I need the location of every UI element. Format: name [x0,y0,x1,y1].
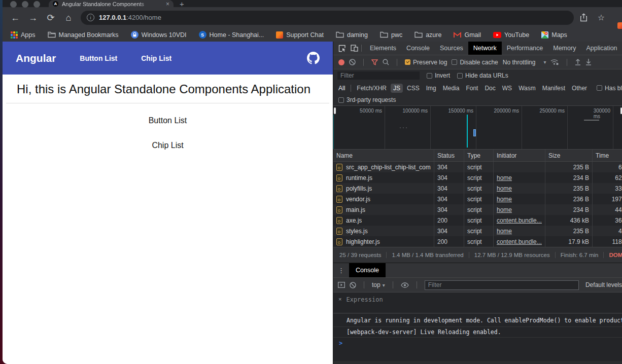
bookmark-youtube[interactable]: YouTube [493,31,529,39]
bookmark-star-icon[interactable]: ☆ [598,14,605,22]
back-icon[interactable]: ← [10,13,20,22]
type-font[interactable]: Font [466,85,478,92]
nav-link-chip-list[interactable]: Chip List [141,54,171,62]
bookmark-folder-azure[interactable]: azure [414,31,441,39]
home-icon[interactable]: ⌂ [63,13,74,22]
hide-data-urls-checkbox[interactable]: Hide data URLs [457,72,508,79]
console-empty-area[interactable] [333,349,622,361]
console-filter-input[interactable] [425,280,579,290]
tab-network[interactable]: Network [468,42,502,55]
type-img[interactable]: Img [426,85,436,92]
type-other[interactable]: Other [572,85,587,92]
throttling-select[interactable]: No throttling ▾ [503,59,546,66]
site-info-icon[interactable]: i [87,14,94,21]
initiator-link[interactable]: home [497,196,512,203]
record-icon[interactable] [338,59,344,65]
tab-application[interactable]: Application [581,42,622,55]
network-overview-timeline[interactable]: 50000 ms 100000 ms 150000 ms 200000 ms 2… [333,106,622,150]
link-button-list[interactable]: Button List [3,116,333,125]
col-time[interactable]: Time [593,150,622,161]
import-har-icon[interactable] [575,59,581,65]
tab-close-icon[interactable]: × [166,1,169,7]
device-toolbar-icon[interactable] [351,45,358,52]
drawer-tab-console[interactable]: Console [349,263,386,277]
third-party-checkbox[interactable]: 3rd-party requests [338,96,396,103]
bookmark-home-shanghai[interactable]: S Home - Shanghai... [199,31,264,39]
initiator-link[interactable]: content.bundle.... [497,217,542,224]
tab-console[interactable]: Console [401,42,435,55]
col-status[interactable]: Status [434,150,464,161]
disable-cache-checkbox[interactable]: Disable cache [452,59,498,66]
type-ws[interactable]: WS [502,85,512,92]
traffic-light-close[interactable] [10,1,17,8]
initiator-link[interactable]: home [497,206,512,213]
bookmark-windows-10vdi[interactable]: Windows 10VDI [131,31,187,39]
eye-icon[interactable] [401,282,409,288]
traffic-light-zoom[interactable] [33,1,40,8]
extension-badge-icon[interactable] [617,22,622,29]
bookmark-maps[interactable]: Maps [541,31,567,39]
browser-tab[interactable]: A Angular Standalone Components × [49,0,174,8]
drawer-menu-icon[interactable]: ⋮ [333,267,349,274]
new-tab-button[interactable]: + [180,0,184,8]
default-levels-select[interactable]: Default levels [585,281,622,288]
col-initiator[interactable]: Initiator [494,150,545,161]
nav-link-button-list[interactable]: Button List [80,54,117,62]
col-name[interactable]: Name [333,150,434,161]
bookmark-managed-bookmarks[interactable]: Managed Bookmarks [48,31,119,39]
overview-left-handle[interactable] [334,107,336,114]
table-row[interactable]: runtime.js 304 script home 234 B 62 ms [333,172,622,183]
bookmark-gmail[interactable]: Gmail [454,31,481,39]
filter-icon[interactable] [371,59,378,65]
network-filter-input[interactable] [337,71,420,80]
type-js[interactable]: JS [391,84,403,93]
tab-performance[interactable]: Performance [502,42,548,55]
search-icon[interactable] [383,59,389,65]
tab-sources[interactable]: Sources [435,42,468,55]
reload-icon[interactable]: ⟳ [46,13,56,22]
forward-icon[interactable]: → [28,13,38,22]
table-row[interactable]: styles.js 304 script home 235 B 4 ms [333,226,622,236]
console-prompt[interactable]: > [333,338,622,349]
bookmark-folder-pwc[interactable]: pwc [380,31,402,39]
table-header[interactable]: Name Status Type Initiator Size Time [333,150,622,162]
github-icon[interactable] [307,52,320,64]
table-row[interactable]: polyfills.js 304 script home 235 B 33 ms [333,183,622,194]
has-blocked-cookies-checkbox[interactable]: Has blocked cookies [597,85,622,92]
type-css[interactable]: CSS [407,85,420,92]
table-row[interactable]: highlighter.js 200 script content.bundle… [333,236,622,247]
type-manifest[interactable]: Manifest [542,85,565,92]
bookmark-apps[interactable]: Apps [11,31,36,39]
col-size[interactable]: Size [545,150,593,161]
type-doc[interactable]: Doc [485,85,495,92]
clear-icon[interactable] [349,59,356,65]
share-icon[interactable] [580,13,588,22]
address-bar[interactable]: i 127.0.0.1:4200/home [81,11,574,25]
type-wasm[interactable]: Wasm [519,85,536,92]
table-row[interactable]: src_app_chip-list_chip-list_com... 304 s… [333,162,622,172]
initiator-link[interactable]: content.bundle.... [497,238,542,245]
inspect-element-icon[interactable] [338,45,346,52]
remove-expression-icon[interactable]: × [338,296,341,302]
initiator-link[interactable]: home [497,185,512,192]
initiator-link[interactable]: home [497,174,512,181]
live-expression-row[interactable]: × Expression [333,293,622,313]
table-row[interactable]: axe.js 200 script content.bundle.... 436… [333,215,622,226]
col-type[interactable]: Type [464,150,494,161]
traffic-light-minimize[interactable] [22,1,28,8]
bookmark-folder-daming[interactable]: daming [336,31,368,39]
preserve-log-checkbox[interactable]: Preserve log [405,59,447,66]
tab-elements[interactable]: Elements [365,42,401,55]
tab-memory[interactable]: Memory [548,42,581,55]
export-har-icon[interactable] [585,59,592,65]
network-conditions-icon[interactable] [550,59,559,65]
initiator-link[interactable]: home [497,228,512,235]
table-row[interactable]: vendor.js 304 script home 236 B 197 ms [333,194,622,204]
console-clear-icon[interactable] [350,282,356,288]
link-chip-list[interactable]: Chip List [3,141,333,150]
console-sidebar-icon[interactable] [338,282,345,288]
bookmark-support-chat[interactable]: Support Chat [276,31,324,39]
type-fetch-xhr[interactable]: Fetch/XHR [357,85,387,92]
invert-checkbox[interactable]: Invert [427,72,450,79]
context-select[interactable]: top ▾ [372,281,385,288]
